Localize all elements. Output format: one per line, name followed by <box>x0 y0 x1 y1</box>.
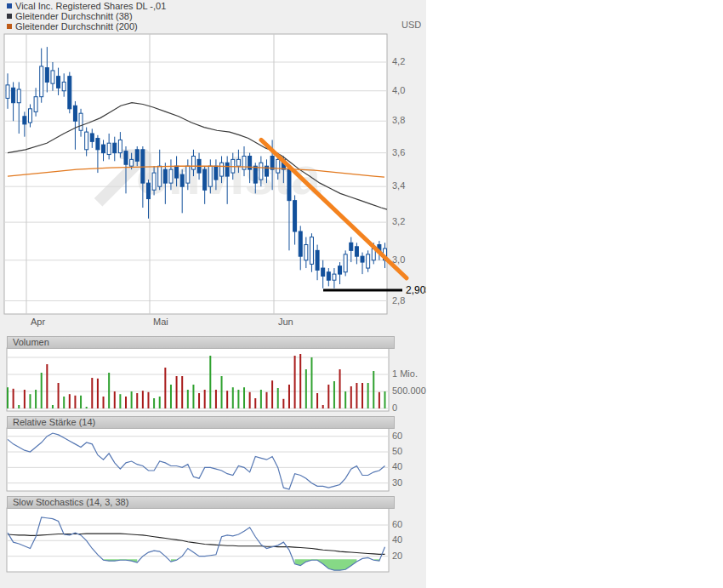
volume-bar <box>170 385 172 408</box>
candle-body <box>45 68 48 83</box>
price-tick-label: 3,8 <box>392 115 405 125</box>
candle-body <box>208 166 212 186</box>
candle-body <box>367 254 370 268</box>
candle-body <box>299 231 302 256</box>
candle-body <box>259 163 263 180</box>
candle-body <box>163 169 167 183</box>
volume-bar <box>305 369 307 408</box>
chart-application: ↗onvista2,90$ Vical Inc. Registered Shar… <box>0 0 426 588</box>
volume-bar <box>209 356 211 408</box>
rsi-tick-label: 50 <box>392 446 402 456</box>
candle-body <box>12 88 15 102</box>
candle-body <box>305 245 308 260</box>
candle-body <box>62 82 65 90</box>
volume-bar <box>350 386 352 408</box>
volume-bar <box>119 394 121 408</box>
candle-body <box>130 159 134 166</box>
volume-bar <box>271 380 273 408</box>
volume-bar <box>97 379 99 408</box>
volume-bar <box>362 383 363 408</box>
volume-bar <box>58 383 60 408</box>
candle-body <box>17 89 20 103</box>
candle-body <box>327 272 330 280</box>
volume-bar <box>265 392 267 408</box>
page: ↗onvista2,90$ Vical Inc. Registered Shar… <box>0 0 723 588</box>
volume-bar <box>7 387 9 408</box>
candle-body <box>90 134 94 141</box>
volume-bar <box>147 392 149 408</box>
volume-bar <box>35 390 37 408</box>
volume-bar <box>13 389 14 408</box>
volume-bar <box>316 393 318 408</box>
price-tick-label: 4,0 <box>392 85 405 95</box>
candle-body <box>276 159 280 173</box>
price-tick-label: 3,2 <box>392 216 405 226</box>
price-tick-label: 4,2 <box>392 56 405 66</box>
volume-bar <box>356 383 357 408</box>
volume-bar <box>136 393 138 408</box>
candle-body <box>214 166 218 180</box>
candle-body <box>73 106 77 121</box>
candle-body <box>135 150 139 162</box>
volume-bar <box>243 387 245 408</box>
volume-panel-title: Volumen <box>13 337 49 347</box>
volume-bar <box>52 405 54 408</box>
volume-bar <box>164 368 166 408</box>
volume-bar <box>299 354 301 408</box>
x-axis-label-jun: Jun <box>278 317 293 327</box>
candle-body <box>316 250 319 270</box>
candle-body <box>124 151 128 165</box>
candle-body <box>236 159 240 166</box>
candle-body <box>79 113 83 130</box>
legend-ma200-label: Gleitender Durchschnitt (200) <box>15 21 138 31</box>
volume-bar <box>237 390 239 408</box>
volume-bar <box>322 405 324 408</box>
volume-bar <box>249 392 251 408</box>
volume-bar <box>254 398 256 408</box>
legend-item-ma38: Gleitender Durchschnitt (38) <box>7 11 166 21</box>
volume-bar <box>18 405 20 408</box>
rsi-panel-title: Relative Stärke (14) <box>13 417 95 427</box>
legend-ma38-label: Gleitender Durchschnitt (38) <box>15 11 133 21</box>
volume-bar <box>176 376 178 408</box>
candle-body <box>339 266 342 274</box>
candle-body <box>141 150 145 183</box>
volume-bar <box>379 392 380 408</box>
currency-axis-label: USD <box>401 20 421 30</box>
candle-body <box>28 109 31 123</box>
volume-bar <box>339 369 341 408</box>
volume-bar <box>74 396 76 408</box>
price-tick-label: 3,0 <box>392 254 405 265</box>
chart-legend: Vical Inc. Registered Shares DL -,01 Gle… <box>7 1 166 31</box>
volume-bar <box>226 391 228 408</box>
volume-bar <box>215 390 217 408</box>
volume-bar <box>181 376 183 408</box>
volume-bar <box>29 394 31 408</box>
candle-body <box>220 163 224 176</box>
volume-bar <box>69 394 71 408</box>
volume-bar <box>103 397 105 408</box>
ma200-series-icon <box>7 24 12 29</box>
volume-bar <box>333 381 335 408</box>
stochastics-panel-title: Slow Stochastics (14, 3, 38) <box>13 497 128 507</box>
candle-body <box>102 145 105 153</box>
volume-bar <box>142 391 144 408</box>
legend-item-instrument: Vical Inc. Registered Shares DL -,01 <box>7 1 166 11</box>
candle-body <box>310 237 313 265</box>
volume-bar <box>277 388 279 408</box>
volume-bar <box>204 390 206 408</box>
candlestick-series-icon <box>7 3 12 9</box>
candle-body <box>333 274 336 280</box>
rsi-tick-label: 30 <box>392 477 402 488</box>
volume-bar <box>282 399 284 408</box>
candle-body <box>287 169 291 201</box>
x-axis-label-mai: Mai <box>153 317 168 327</box>
candle-body <box>40 66 43 97</box>
volume-bar <box>288 385 290 408</box>
legend-item-ma200: Gleitender Durchschnitt (200) <box>7 21 166 31</box>
rsi-tick-label: 40 <box>392 461 402 471</box>
candle-body <box>107 143 111 154</box>
rsi-tick-label: 60 <box>392 431 402 441</box>
volume-bar <box>367 383 369 408</box>
volume-bar <box>192 385 194 408</box>
